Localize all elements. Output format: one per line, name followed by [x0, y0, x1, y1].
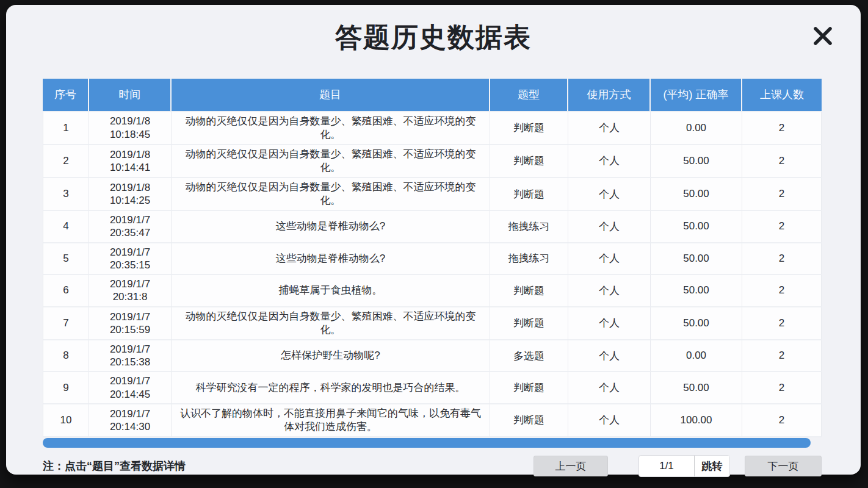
cell-usage: 个人 — [568, 211, 651, 243]
cell-question[interactable]: 动物的灭绝仅仅是因为自身数量少、繁殖困难、不适应环境的变化。 — [172, 145, 490, 178]
cell-index: 10 — [43, 404, 89, 437]
cell-question[interactable]: 这些动物是脊椎动物么? — [172, 243, 490, 276]
cell-students: 2 — [742, 211, 822, 243]
cell-accuracy: 50.00 — [651, 307, 742, 340]
cell-question[interactable]: 这些动物是脊椎动物么? — [172, 211, 490, 243]
close-icon — [810, 23, 836, 51]
cell-accuracy: 0.00 — [651, 111, 742, 145]
cell-time: 2019/1/720:15:59 — [89, 307, 172, 340]
cell-question[interactable]: 捕蝇草属于食虫植物。 — [172, 275, 490, 307]
cell-students: 2 — [742, 275, 822, 307]
cell-accuracy: 50.00 — [651, 178, 742, 211]
table-row: 92019/1/720:14:45科学研究没有一定的程序，科学家的发明也是巧合的… — [43, 372, 822, 404]
cell-type: 判断题 — [490, 145, 568, 178]
cell-usage: 个人 — [568, 275, 651, 307]
cell-time: 2019/1/720:35:15 — [89, 243, 172, 276]
table-row: 72019/1/720:15:59动物的灭绝仅仅是因为自身数量少、繁殖困难、不适… — [43, 307, 822, 340]
cell-type: 判断题 — [490, 111, 568, 145]
cell-index: 5 — [43, 243, 89, 276]
table-row: 102019/1/720:14:30认识不了解的物体时，不能直接用鼻子来闻它的气… — [43, 404, 822, 437]
table-row: 12019/1/810:18:45动物的灭绝仅仅是因为自身数量少、繁殖困难、不适… — [43, 111, 822, 145]
prev-page-button[interactable]: 上一页 — [533, 456, 608, 476]
history-table-container: 序号时间题目题型使用方式(平均) 正确率上课人数 12019/1/810:18:… — [43, 79, 824, 437]
column-header-usage: 使用方式 — [568, 79, 651, 111]
column-header-students: 上课人数 — [742, 79, 822, 111]
cell-type: 判断题 — [490, 372, 568, 404]
cell-question[interactable]: 科学研究没有一定的程序，科学家的发明也是巧合的结果。 — [172, 372, 490, 404]
table-row: 52019/1/720:35:15这些动物是脊椎动物么?拖拽练习个人50.002 — [43, 243, 822, 276]
cell-usage: 个人 — [568, 145, 651, 178]
column-header-question: 题目 — [172, 79, 490, 111]
cell-students: 2 — [742, 372, 822, 404]
cell-index: 1 — [43, 111, 89, 145]
column-header-accuracy: (平均) 正确率 — [651, 79, 742, 111]
cell-type: 拖拽练习 — [490, 243, 568, 276]
cell-time: 2019/1/720:31:8 — [89, 275, 172, 307]
cell-type: 拖拽练习 — [490, 211, 568, 243]
cell-students: 2 — [742, 404, 822, 437]
cell-usage: 个人 — [568, 340, 651, 373]
cell-usage: 个人 — [568, 243, 651, 276]
cell-time: 2019/1/720:14:30 — [89, 404, 172, 437]
next-page-button[interactable]: 下一页 — [745, 456, 822, 476]
cell-question[interactable]: 动物的灭绝仅仅是因为自身数量少、繁殖困难、不适应环境的变化。 — [172, 111, 490, 145]
cell-usage: 个人 — [568, 111, 651, 145]
jump-button[interactable]: 跳转 — [694, 456, 729, 476]
cell-accuracy: 50.00 — [651, 372, 742, 404]
footer-note: 注：点击“题目”查看数据详情 — [43, 459, 533, 473]
cell-question[interactable]: 认识不了解的物体时，不能直接用鼻子来闻它的气味，以免有毒气体对我们造成伤害。 — [172, 404, 490, 437]
cell-index: 7 — [43, 307, 89, 340]
cell-time: 2019/1/810:14:41 — [89, 145, 172, 178]
cell-type: 判断题 — [490, 178, 568, 211]
cell-students: 2 — [742, 111, 822, 145]
cell-index: 3 — [43, 178, 89, 211]
cell-index: 6 — [43, 275, 89, 307]
cell-time: 2019/1/810:14:25 — [89, 178, 172, 211]
cell-accuracy: 50.00 — [651, 275, 742, 307]
cell-index: 8 — [43, 340, 89, 373]
column-header-index: 序号 — [43, 79, 89, 111]
horizontal-scrollbar-thumb[interactable] — [43, 438, 811, 448]
cell-accuracy: 100.00 — [651, 404, 742, 437]
cell-students: 2 — [742, 340, 822, 373]
close-button[interactable] — [808, 22, 837, 51]
page-title: 答题历史数据表 — [43, 5, 824, 53]
table-row: 82019/1/720:15:38怎样保护野生动物呢?多选题个人0.002 — [43, 340, 822, 373]
cell-students: 2 — [742, 307, 822, 340]
column-header-time: 时间 — [89, 79, 172, 111]
cell-usage: 个人 — [568, 307, 651, 340]
cell-usage: 个人 — [568, 404, 651, 437]
cell-index: 2 — [43, 145, 89, 178]
footer-bar: 注：点击“题目”查看数据详情 上一页 1/1 跳转 下一页 — [43, 455, 822, 477]
history-table: 序号时间题目题型使用方式(平均) 正确率上课人数 12019/1/810:18:… — [43, 79, 822, 437]
cell-students: 2 — [742, 145, 822, 178]
cell-question[interactable]: 动物的灭绝仅仅是因为自身数量少、繁殖困难、不适应环境的变化。 — [172, 307, 490, 340]
cell-accuracy: 50.00 — [651, 243, 742, 276]
cell-index: 4 — [43, 211, 89, 243]
page-indicator: 1/1 — [639, 456, 694, 476]
cell-time: 2019/1/720:15:38 — [89, 340, 172, 373]
cell-students: 2 — [742, 178, 822, 211]
cell-question[interactable]: 动物的灭绝仅仅是因为自身数量少、繁殖困难、不适应环境的变化。 — [172, 178, 490, 211]
horizontal-scrollbar-track[interactable] — [43, 437, 822, 448]
cell-usage: 个人 — [568, 178, 651, 211]
cell-time: 2019/1/810:18:45 — [89, 111, 172, 145]
cell-accuracy: 50.00 — [651, 145, 742, 178]
cell-time: 2019/1/720:14:45 — [89, 372, 172, 404]
table-row: 22019/1/810:14:41动物的灭绝仅仅是因为自身数量少、繁殖困难、不适… — [43, 145, 822, 178]
cell-accuracy: 0.00 — [651, 340, 742, 373]
cell-index: 9 — [43, 372, 89, 404]
table-row: 62019/1/720:31:8捕蝇草属于食虫植物。判断题个人50.002 — [43, 275, 822, 307]
table-header-row: 序号时间题目题型使用方式(平均) 正确率上课人数 — [43, 79, 822, 111]
cell-type: 判断题 — [490, 404, 568, 437]
cell-question[interactable]: 怎样保护野生动物呢? — [172, 340, 490, 373]
cell-type: 多选题 — [490, 340, 568, 373]
cell-type: 判断题 — [490, 307, 568, 340]
answer-history-dialog: 答题历史数据表 序号时间题目题型使用方式(平均) 正确率上课人数 12019/1… — [6, 5, 861, 475]
column-header-type: 题型 — [490, 79, 568, 111]
cell-time: 2019/1/720:35:47 — [89, 211, 172, 243]
table-row: 42019/1/720:35:47这些动物是脊椎动物么?拖拽练习个人50.002 — [43, 211, 822, 243]
cell-usage: 个人 — [568, 372, 651, 404]
cell-accuracy: 50.00 — [651, 211, 742, 243]
table-row: 32019/1/810:14:25动物的灭绝仅仅是因为自身数量少、繁殖困难、不适… — [43, 178, 822, 211]
